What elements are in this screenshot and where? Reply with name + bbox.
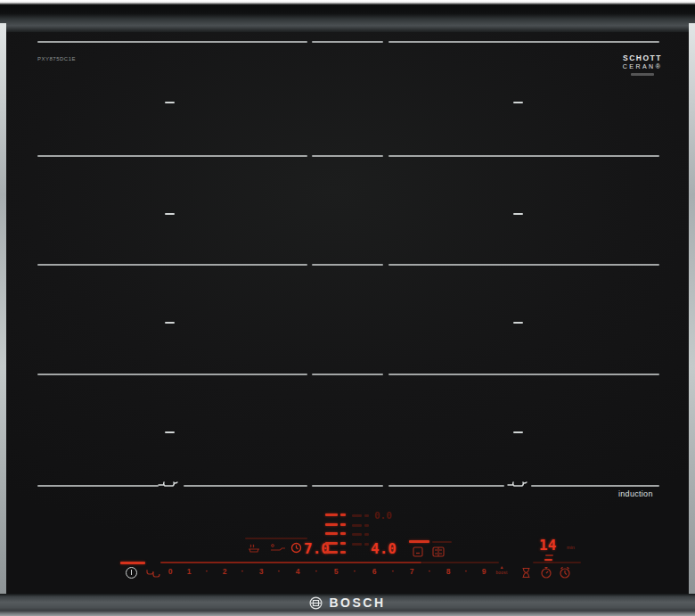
slider-level[interactable]: 3 bbox=[256, 567, 266, 576]
slider-dot[interactable]: · bbox=[237, 567, 248, 576]
flexzone-segment bbox=[340, 542, 346, 545]
left-trim bbox=[0, 23, 6, 595]
slider-level[interactable]: 5 bbox=[331, 567, 341, 576]
flexzone-segment-dim bbox=[352, 514, 362, 517]
flexzone-segment-dim bbox=[352, 543, 362, 546]
slider-dot[interactable]: · bbox=[461, 567, 471, 576]
pan-symbol-icon bbox=[507, 479, 530, 489]
right-zone-power-display: 4.0 bbox=[371, 540, 397, 557]
model-number: PXY875DC1E bbox=[37, 56, 76, 62]
frying-sensor-icon[interactable] bbox=[270, 543, 286, 553]
zone-line bbox=[37, 155, 307, 157]
schott-ceran-logo: SCHOTT CERAN® bbox=[622, 53, 663, 76]
zone-line bbox=[37, 264, 307, 266]
zone-centre-mark bbox=[165, 213, 175, 215]
timer-key-marker bbox=[544, 559, 552, 561]
zone-centre-mark bbox=[513, 213, 523, 215]
flexzone-segment bbox=[325, 551, 338, 554]
timer-key-overline bbox=[533, 562, 581, 563]
zone-single-icon[interactable] bbox=[413, 546, 423, 557]
slider-dot[interactable]: · bbox=[388, 567, 398, 576]
slider-level[interactable]: 9 bbox=[478, 567, 489, 576]
slider-level[interactable]: 2 bbox=[219, 567, 230, 576]
flexzone-segment-dim bbox=[364, 543, 369, 546]
slider-level[interactable]: 1 bbox=[184, 567, 194, 576]
zone-line bbox=[388, 485, 504, 487]
boost-label: boost bbox=[491, 571, 512, 575]
zone-line bbox=[312, 41, 383, 43]
flexzone-segment bbox=[340, 551, 346, 554]
flexzone-segment bbox=[325, 513, 338, 516]
zone-line bbox=[37, 374, 307, 375]
zone-line bbox=[388, 155, 659, 157]
zone-line bbox=[312, 485, 383, 487]
boost-icon: ▴ bbox=[491, 564, 512, 570]
hourglass-icon[interactable] bbox=[521, 567, 531, 579]
bosch-logo-icon bbox=[309, 596, 323, 610]
schott-ceran-subtext bbox=[631, 73, 654, 76]
pan-detection-icon[interactable] bbox=[145, 568, 160, 579]
slider-level[interactable]: 7 bbox=[406, 567, 417, 576]
zone-centre-mark bbox=[165, 102, 175, 103]
induction-label: induction bbox=[618, 489, 653, 498]
zone-line bbox=[312, 155, 383, 157]
flexzone-segment-dim bbox=[364, 514, 369, 517]
zone-line bbox=[388, 264, 659, 266]
slider-dot[interactable]: · bbox=[274, 567, 284, 576]
right-trim bbox=[689, 23, 695, 595]
zone-line bbox=[184, 485, 307, 487]
zone-select-overline bbox=[409, 540, 429, 543]
zone-line bbox=[312, 264, 383, 266]
slider-level[interactable]: 8 bbox=[443, 567, 454, 576]
zone-line bbox=[388, 374, 659, 375]
schott-ceran-line1: SCHOTT bbox=[622, 53, 663, 62]
schott-ceran-line2: CERAN® bbox=[622, 63, 663, 70]
zone-select-overline-dim bbox=[432, 541, 452, 543]
zone-centre-mark bbox=[513, 322, 523, 324]
left-function-overline bbox=[245, 538, 307, 539]
stopwatch-icon[interactable] bbox=[540, 566, 552, 579]
zone-centre-mark bbox=[513, 102, 523, 103]
clock-icon bbox=[290, 542, 302, 554]
zone-combined-icon[interactable] bbox=[432, 546, 445, 557]
timer-unit-label: min bbox=[567, 545, 575, 550]
slider-line bbox=[160, 562, 421, 563]
zone-centre-mark bbox=[165, 322, 175, 324]
bosch-wordmark: BOSCH bbox=[329, 595, 385, 610]
zone-centre-mark bbox=[513, 431, 523, 433]
secondary-display: 0.0 bbox=[374, 510, 392, 522]
flexzone-segment-dim bbox=[364, 533, 369, 536]
slider-dot[interactable]: · bbox=[349, 567, 360, 576]
slider-dot[interactable]: · bbox=[311, 567, 322, 576]
flexzone-segment-dim bbox=[364, 524, 369, 527]
slider-line-dim bbox=[421, 562, 499, 563]
boost-key[interactable]: ▴ boost bbox=[491, 564, 512, 575]
slider-dot[interactable]: · bbox=[201, 567, 212, 576]
zone-line bbox=[388, 41, 659, 43]
flexzone-segment bbox=[325, 542, 338, 545]
flexzone-segment bbox=[340, 532, 346, 535]
power-icon[interactable] bbox=[126, 567, 137, 579]
flexzone-segment-dim bbox=[352, 524, 362, 527]
timer-display: 14 bbox=[539, 537, 556, 554]
flexzone-segment-dim bbox=[352, 533, 362, 536]
cooktop-back-edge bbox=[0, 0, 695, 36]
alarm-clock-icon[interactable] bbox=[559, 566, 571, 579]
zone-line bbox=[531, 485, 659, 487]
keep-warm-icon[interactable] bbox=[248, 543, 262, 553]
induction-cooktop: PXY875DC1E SCHOTT CERAN® induction 7.0 bbox=[0, 0, 695, 616]
flexzone-segment bbox=[325, 523, 338, 526]
flexzone-segment bbox=[340, 523, 346, 526]
flexzone-segment bbox=[340, 513, 346, 516]
slider-line-bright bbox=[120, 562, 145, 564]
flexzone-segment bbox=[325, 532, 338, 535]
slider-dot[interactable]: · bbox=[424, 567, 435, 576]
slider-level[interactable]: 0 bbox=[165, 567, 176, 576]
slider-level[interactable]: 6 bbox=[369, 567, 380, 576]
cooktop-front-edge: BOSCH bbox=[0, 594, 695, 616]
ceramic-glass-surface bbox=[0, 32, 695, 595]
slider-level[interactable]: 4 bbox=[292, 567, 303, 576]
zone-line bbox=[37, 485, 159, 487]
zone-centre-mark bbox=[165, 431, 175, 433]
zone-line bbox=[312, 374, 383, 375]
